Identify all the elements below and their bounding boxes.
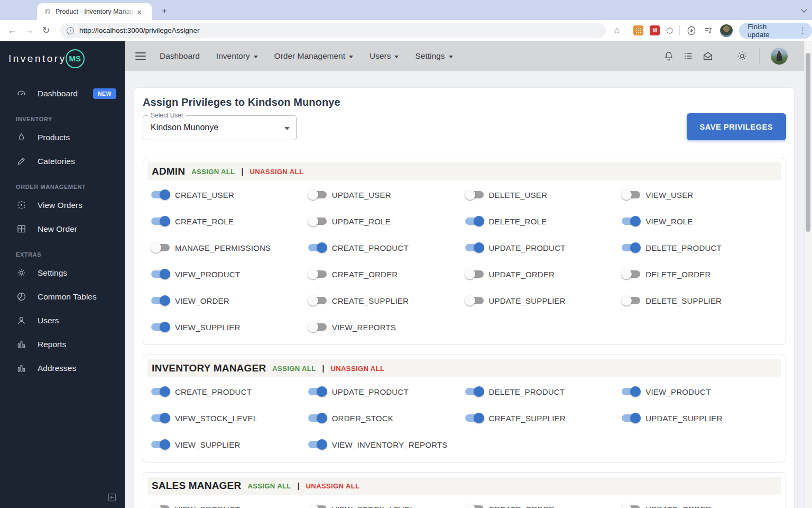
sidebar-item-new-order[interactable]: New Order (0, 217, 125, 241)
sidebar-item-reports[interactable]: Reports (0, 332, 125, 356)
privilege-toggle[interactable] (465, 269, 484, 279)
finish-update-button[interactable]: Finish update (739, 23, 798, 39)
sidebar-collapse-icon[interactable] (107, 492, 117, 503)
scrollbar-thumb[interactable] (806, 53, 810, 232)
privilege-toggle[interactable] (308, 295, 327, 306)
new-tab-button[interactable]: + (158, 4, 171, 18)
privilege-toggle[interactable] (308, 322, 327, 332)
privilege-label: DELETE_USER (489, 190, 548, 199)
browser-tab[interactable]: © Product - Inventory Managem × (37, 3, 152, 20)
sidebar-item-catetories[interactable]: Catetories (0, 149, 125, 173)
bookmark-star-icon[interactable]: ☆ (613, 25, 621, 35)
energy-saver-icon[interactable] (686, 25, 697, 36)
address-bar[interactable]: i http://localhost:3000/privilegeAssigne… (60, 23, 606, 38)
list-icon[interactable] (682, 50, 694, 62)
privilege-toggle[interactable] (465, 189, 484, 200)
privilege-toggle[interactable] (621, 295, 641, 306)
page-scrollbar[interactable] (804, 41, 812, 508)
privilege-toggle[interactable] (308, 386, 327, 397)
tab-strip-chevron-icon[interactable] (801, 7, 807, 12)
bell-icon[interactable] (663, 50, 675, 62)
privilege-toggle[interactable] (465, 386, 484, 397)
nav-link-inventory[interactable]: Inventory (216, 51, 258, 61)
privilege-update_supplier: UPDATE_SUPPLIER (465, 287, 622, 314)
privilege-toggle[interactable] (151, 216, 170, 226)
privilege-label: CREATE_SUPPLIER (332, 296, 409, 305)
privilege-toggle[interactable] (465, 242, 484, 253)
forward-icon[interactable]: → (21, 25, 37, 36)
privilege-toggle[interactable] (151, 386, 170, 397)
sidebar-item-dashboard[interactable]: DashboardNEW (0, 81, 125, 105)
privilege-label: UPDATE_SUPPLIER (489, 296, 566, 305)
privilege-toggle[interactable] (151, 322, 170, 332)
nav-link-users[interactable]: Users (370, 51, 399, 61)
privilege-toggle[interactable] (308, 413, 327, 423)
privilege-toggle[interactable] (151, 189, 170, 200)
sidebar-item-settings[interactable]: Settings (0, 261, 125, 285)
assign-all-link[interactable]: ASSIGN ALL (272, 365, 316, 373)
privilege-toggle[interactable] (621, 189, 641, 200)
sidebar-item-common-tables[interactable]: Common Tables (0, 285, 125, 309)
privilege-toggle[interactable] (308, 504, 327, 508)
privilege-toggle[interactable] (465, 413, 484, 423)
assign-all-link[interactable]: ASSIGN ALL (247, 482, 291, 490)
nav-link-settings[interactable]: Settings (415, 51, 453, 61)
sidebar-item-label: Products (38, 133, 116, 142)
sidebar-item-users[interactable]: Users (0, 309, 125, 332)
theme-sun-icon[interactable] (736, 50, 748, 62)
privilege-toggle[interactable] (151, 504, 170, 508)
privilege-toggle[interactable] (465, 504, 484, 508)
privilege-toggle[interactable] (308, 439, 327, 450)
privilege-toggle[interactable] (465, 295, 484, 306)
privilege-label: CREATE_ROLE (175, 217, 234, 226)
privilege-toggle[interactable] (621, 216, 641, 226)
unassign-all-link[interactable]: UNASSIGN ALL (250, 168, 303, 176)
user-avatar[interactable] (771, 48, 788, 65)
privilege-toggle[interactable] (151, 242, 170, 253)
save-privileges-button[interactable]: SAVE PRIVILEGES (687, 113, 786, 140)
media-controls-icon[interactable] (703, 25, 714, 36)
privilege-label: CREATE_ORDER (489, 505, 555, 508)
browser-profile-avatar[interactable] (720, 24, 733, 37)
privilege-toggle[interactable] (621, 242, 641, 253)
privilege-toggle[interactable] (151, 269, 170, 279)
privilege-toggle[interactable] (308, 189, 327, 200)
hamburger-menu-icon[interactable] (135, 52, 146, 60)
privilege-label: VIEW_INVENTORY_REPORTS (332, 440, 448, 449)
app-logo[interactable]: Inventory MS (0, 41, 125, 76)
privilege-toggle[interactable] (308, 269, 327, 279)
assign-all-link[interactable]: ASSIGN ALL (191, 168, 235, 176)
site-info-icon[interactable]: i (67, 27, 74, 34)
privilege-toggle[interactable] (465, 216, 484, 226)
privilege-create_role: CREATE_ROLE (151, 208, 308, 234)
browser-menu-icon[interactable]: ⋮ (798, 23, 812, 39)
select-user-dropdown[interactable]: Select User Kindson Munonye (143, 115, 297, 140)
unassign-all-link[interactable]: UNASSIGN ALL (306, 482, 360, 490)
extension-red-icon[interactable]: M (650, 25, 660, 35)
sidebar-item-view-orders[interactable]: View Orders (0, 193, 125, 217)
unassign-all-link[interactable]: UNASSIGN ALL (330, 365, 384, 373)
logo-badge: MS (66, 49, 85, 68)
privilege-toggle[interactable] (621, 386, 641, 397)
chevron-down-icon (394, 56, 399, 58)
sidebar-item-addresses[interactable]: Addresses (0, 356, 125, 380)
privilege-toggle[interactable] (308, 242, 327, 253)
reload-icon[interactable]: ↻ (38, 25, 54, 36)
privilege-toggle[interactable] (151, 295, 170, 306)
mail-icon[interactable] (702, 50, 714, 62)
nav-link-order-management[interactable]: Order Management (274, 51, 353, 61)
sidebar-item-products[interactable]: Products (0, 125, 125, 149)
privilege-label: DELETE_ROLE (489, 217, 547, 226)
privilege-toggle[interactable] (151, 413, 170, 423)
privilege-toggle[interactable] (621, 269, 641, 279)
privilege-toggle[interactable] (621, 413, 641, 423)
puzzle-extensions-icon[interactable]: ⬡ (666, 26, 673, 35)
extension-orange-icon[interactable] (633, 25, 643, 35)
tab-close-icon[interactable]: × (137, 7, 142, 16)
privilege-toggle[interactable] (308, 216, 327, 226)
url-text[interactable]: http://localhost:3000/privilegeAssigner (79, 26, 199, 34)
privilege-toggle[interactable] (621, 504, 641, 508)
back-icon[interactable]: ← (4, 25, 20, 36)
privilege-toggle[interactable] (151, 439, 170, 450)
nav-link-dashboard[interactable]: Dashboard (160, 51, 200, 61)
